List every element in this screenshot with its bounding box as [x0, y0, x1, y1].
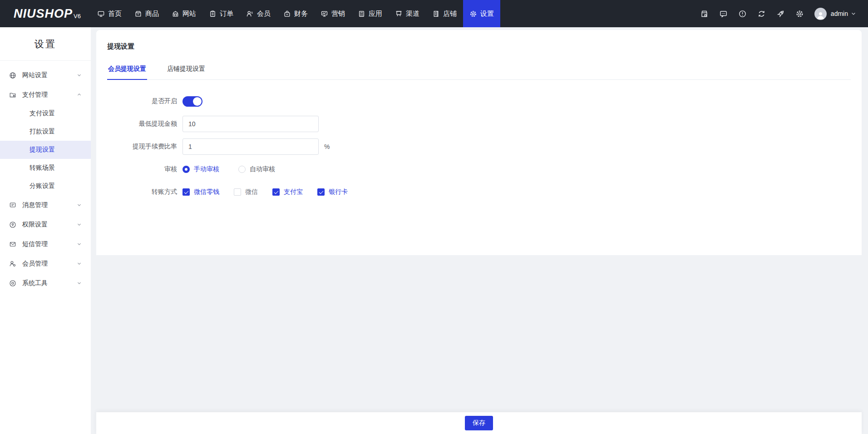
member-gear-icon — [9, 260, 16, 267]
enable-toggle[interactable] — [182, 96, 202, 107]
form-row-audit: 审核 手动审核 自动审核 — [107, 161, 851, 178]
nav-item-label: 渠道 — [406, 10, 419, 18]
nav-item-label: 网站 — [182, 10, 196, 18]
tab-label: 会员提现设置 — [108, 65, 146, 72]
comment-button[interactable] — [719, 10, 728, 18]
globe-icon — [9, 72, 16, 79]
save-button[interactable]: 保存 — [465, 416, 493, 430]
form-row-min-amount: 最低提现金额 — [107, 116, 851, 132]
nav-item-label: 营销 — [331, 10, 345, 18]
nav-item-home[interactable]: 首页 — [91, 0, 128, 27]
nav-item-finance[interactable]: 财务 — [277, 0, 314, 27]
sidebar-item-sms-management[interactable]: 短信管理 — [0, 234, 91, 254]
sidebar-item-message-management[interactable]: 消息管理 — [0, 195, 91, 215]
chevron-down-icon — [77, 242, 82, 247]
tab-member-withdrawal[interactable]: 会员提现设置 — [107, 65, 147, 80]
sidebar-item-payment-settings[interactable]: 支付设置 — [0, 104, 91, 123]
nav-item-label: 会员 — [257, 10, 271, 18]
nav-item-settings[interactable]: 设置 — [463, 0, 500, 27]
withdrawal-form: 是否开启 最低提现金额 提现手续费比率 % 审核 手动审核 自动审核 转账方式 — [107, 93, 851, 200]
notice-button[interactable] — [738, 10, 747, 18]
settings-gear-icon — [469, 10, 477, 18]
nav-item-label: 设置 — [480, 10, 494, 18]
transfer-methods-label: 转账方式 — [107, 188, 182, 196]
sidebar-item-website-settings[interactable]: 网站设置 — [0, 65, 91, 85]
logo[interactable]: NIUSHOP V6 — [0, 0, 91, 27]
nav-item-shop[interactable]: 店铺 — [426, 0, 463, 27]
sidebar-item-member-management[interactable]: 会员管理 — [0, 254, 91, 273]
form-row-enable: 是否开启 — [107, 93, 851, 109]
nav-item-order[interactable]: 订单 — [202, 0, 240, 27]
audit-label: 审核 — [107, 165, 182, 173]
page-title: 提现设置 — [107, 30, 851, 51]
form-row-fee-rate: 提现手续费比率 % — [107, 138, 851, 155]
sidebar-subitem-label: 转账场景 — [30, 164, 55, 172]
nav-item-channel[interactable]: 渠道 — [389, 0, 426, 27]
radio-auto-audit[interactable]: 自动审核 — [238, 165, 275, 173]
goods-icon — [134, 10, 142, 18]
sidebar-item-transfer-scene[interactable]: 转账场景 — [0, 159, 91, 177]
sidebar-item-label: 系统工具 — [22, 279, 48, 287]
refresh-button[interactable] — [757, 10, 766, 18]
gear-button[interactable] — [795, 10, 804, 18]
radio-icon — [182, 166, 190, 173]
checkbox-wechat-change[interactable]: 微信零钱 — [182, 188, 219, 196]
sidebar-item-permission-settings[interactable]: 权限设置 — [0, 215, 91, 234]
nav-item-app[interactable]: 应用 — [351, 0, 389, 27]
sidebar-item-payment-management[interactable]: 支付管理 — [0, 85, 91, 104]
checkbox-icon — [234, 188, 241, 196]
checkbox-bank-card[interactable]: 银行卡 — [317, 188, 348, 196]
permission-badge-icon — [9, 221, 16, 228]
content-card: 提现设置 会员提现设置 店铺提现设置 是否开启 最低提现金额 提现手续费比率 %… — [96, 30, 862, 255]
checkbox-icon — [317, 188, 325, 196]
storefront-button[interactable] — [700, 10, 709, 18]
min-amount-label: 最低提现金额 — [107, 120, 182, 128]
toggle-knob — [193, 97, 202, 106]
enable-label: 是否开启 — [107, 97, 182, 105]
sidebar-item-withdrawal-settings[interactable]: 提现设置 — [0, 141, 91, 159]
sidebar-item-ledger-settings[interactable]: 分账设置 — [0, 177, 91, 195]
sidebar: 设置 网站设置 支付管理 支付设置 打款设置 提现设置 转账场景 分账设置 消息… — [0, 27, 91, 434]
radio-manual-audit[interactable]: 手动审核 — [182, 165, 219, 173]
gear-icon — [795, 10, 804, 18]
website-icon — [172, 10, 179, 18]
comment-icon — [719, 10, 728, 18]
rocket-icon — [776, 10, 785, 18]
storefront-icon — [700, 10, 709, 18]
avatar[interactable] — [814, 8, 827, 20]
sidebar-item-label: 支付管理 — [22, 91, 48, 99]
logo-version: V6 — [74, 13, 81, 20]
home-monitor-icon — [97, 10, 105, 18]
chevron-down-icon[interactable] — [851, 11, 856, 16]
tab-shop-withdrawal[interactable]: 店铺提现设置 — [166, 65, 206, 80]
checkbox-wechat[interactable]: 微信 — [234, 188, 258, 196]
top-navbar: NIUSHOP V6 首页 商品 网站 订单 会员 财务 营销 — [0, 0, 868, 27]
member-icon — [246, 10, 254, 18]
sidebar-menu: 网站设置 支付管理 支付设置 打款设置 提现设置 转账场景 分账设置 消息管理 … — [0, 61, 91, 293]
chevron-down-icon — [77, 202, 82, 207]
order-icon — [209, 10, 217, 18]
fee-rate-input[interactable] — [182, 138, 319, 155]
sidebar-item-label: 消息管理 — [22, 201, 48, 209]
checkbox-icon — [182, 188, 190, 196]
navbar-right-tools: admin — [690, 0, 868, 27]
sidebar-item-payout-settings[interactable]: 打款设置 — [0, 123, 91, 141]
sidebar-subitem-label: 打款设置 — [30, 128, 55, 136]
radio-icon — [238, 166, 246, 173]
folder-icon — [9, 91, 16, 99]
sidebar-item-system-tools[interactable]: 系统工具 — [0, 273, 91, 293]
min-amount-input[interactable] — [182, 116, 319, 132]
nav-item-marketing[interactable]: 营销 — [314, 0, 351, 27]
fee-rate-suffix: % — [324, 143, 330, 150]
rocket-button[interactable] — [776, 10, 785, 18]
checkbox-alipay[interactable]: 支付宝 — [272, 188, 303, 196]
sidebar-subitem-label: 提现设置 — [30, 146, 55, 154]
nav-item-goods[interactable]: 商品 — [128, 0, 165, 27]
chevron-down-icon — [77, 261, 82, 266]
app-icon — [358, 10, 365, 18]
shop-icon — [432, 10, 440, 18]
logo-text: NIUSHOP — [14, 7, 73, 21]
nav-item-website[interactable]: 网站 — [165, 0, 202, 27]
nav-item-member[interactable]: 会员 — [240, 0, 277, 27]
username[interactable]: admin — [831, 10, 848, 17]
